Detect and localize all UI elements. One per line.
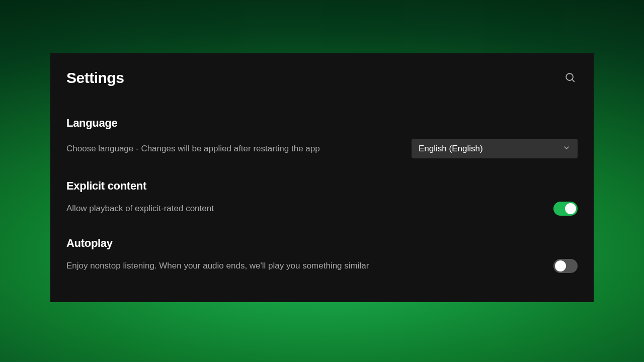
explicit-description: Allow playback of explicit-rated content — [66, 202, 214, 215]
autoplay-description: Enjoy nonstop listening. When your audio… — [66, 259, 369, 273]
autoplay-toggle[interactable] — [553, 259, 578, 273]
language-title: Language — [66, 117, 578, 130]
language-section: Language Choose language - Changes will … — [66, 117, 578, 158]
autoplay-title: Autoplay — [66, 237, 578, 250]
autoplay-section: Autoplay Enjoy nonstop listening. When y… — [66, 237, 578, 273]
search-icon — [565, 72, 576, 84]
search-button[interactable] — [562, 70, 578, 86]
explicit-title: Explicit content — [66, 179, 578, 193]
language-select-wrap: English (English) — [412, 139, 578, 158]
settings-panel: Settings Language Choose language - Chan… — [50, 53, 594, 302]
language-select[interactable]: English (English) — [412, 139, 578, 158]
settings-header: Settings — [66, 69, 578, 86]
svg-line-1 — [572, 79, 574, 81]
autoplay-row: Enjoy nonstop listening. When your audio… — [66, 259, 578, 273]
toggle-knob — [555, 260, 566, 272]
language-row: Choose language - Changes will be applie… — [66, 139, 578, 158]
language-description: Choose language - Changes will be applie… — [66, 142, 320, 155]
toggle-knob — [565, 203, 576, 214]
page-title: Settings — [66, 69, 124, 86]
explicit-toggle[interactable] — [553, 202, 578, 216]
explicit-section: Explicit content Allow playback of expli… — [66, 179, 578, 216]
explicit-row: Allow playback of explicit-rated content — [66, 202, 578, 216]
